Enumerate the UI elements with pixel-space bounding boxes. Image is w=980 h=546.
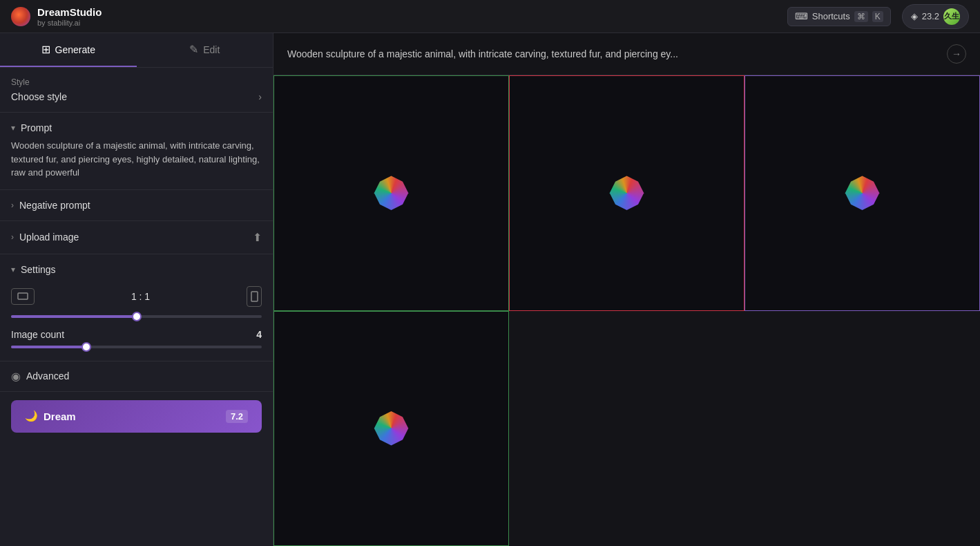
- info-icon: →: [952, 48, 961, 59]
- credits-button[interactable]: ◈ 23.2 久生: [902, 4, 969, 29]
- dream-button[interactable]: 🌙 Dream 7.2: [11, 400, 262, 433]
- sidebar: ⊞ Generate ✎ Edit Style Choose style › ▾…: [0, 33, 273, 546]
- style-chevron-icon: ›: [258, 91, 262, 102]
- landscape-icon-svg: [17, 292, 28, 300]
- app-title: DreamStudio: [37, 6, 102, 19]
- advanced-section[interactable]: ◉ Advanced: [0, 361, 273, 392]
- image-count-slider-fill: [11, 346, 86, 348]
- grid-empty-space: [509, 311, 980, 547]
- shortcuts-label: Shortcuts: [812, 11, 850, 21]
- kbd-cmd: ⌘: [854, 11, 868, 22]
- app-logo: [11, 7, 30, 26]
- prompt-collapse-icon: ▾: [11, 123, 15, 133]
- upload-image-expand-icon: ›: [11, 232, 14, 242]
- dream-button-wrap: 🌙 Dream 7.2: [0, 392, 273, 441]
- prompt-title: Prompt: [21, 122, 52, 133]
- header-left: DreamStudio by stability.ai: [11, 6, 102, 27]
- header-right: ⌨ Shortcuts ⌘ K ◈ 23.2 久生: [787, 4, 969, 29]
- svg-rect-1: [251, 292, 258, 301]
- tab-edit[interactable]: ✎ Edit: [137, 33, 273, 67]
- dream-button-left: 🌙 Dream: [25, 410, 76, 422]
- image-grid: [273, 75, 980, 546]
- style-choose-text: Choose style: [11, 91, 67, 102]
- negative-prompt-section: › Negative prompt: [0, 190, 273, 221]
- upload-image-section: › Upload image ⬆: [0, 221, 273, 254]
- upload-image-title: Upload image: [19, 232, 79, 243]
- image-card-3[interactable]: [744, 75, 980, 311]
- aspect-ratio-slider-thumb[interactable]: [132, 312, 142, 321]
- settings-section: ▾ Settings 1 : 1: [0, 254, 273, 361]
- negative-prompt-left: › Negative prompt: [11, 200, 90, 211]
- prompt-header[interactable]: ▾ Prompt: [0, 113, 273, 139]
- aspect-ratio-value: 1 : 1: [131, 291, 150, 302]
- portrait-icon-svg: [251, 291, 258, 302]
- advanced-eye-icon: ◉: [11, 370, 21, 383]
- image-placeholder-2: [608, 174, 646, 212]
- dream-moon-icon: 🌙: [25, 410, 38, 422]
- credits-icon: ◈: [911, 11, 918, 21]
- image-count-value: 4: [256, 329, 262, 340]
- app-subtitle: by stability.ai: [37, 19, 102, 27]
- shortcuts-button[interactable]: ⌨ Shortcuts ⌘ K: [787, 7, 891, 26]
- prompt-section: ▾ Prompt Wooden sculpture of a majestic …: [0, 113, 273, 190]
- advanced-title: Advanced: [26, 370, 69, 382]
- dream-button-version: 7.2: [226, 410, 248, 423]
- image-count-label: Image count: [11, 329, 64, 340]
- image-placeholder-3: [843, 174, 881, 212]
- app-title-block: DreamStudio by stability.ai: [37, 6, 102, 27]
- negative-prompt-header[interactable]: › Negative prompt: [0, 190, 273, 220]
- image-placeholder-4: [372, 409, 410, 447]
- dream-button-label: Dream: [44, 411, 76, 422]
- settings-collapse-icon: ▾: [11, 265, 15, 274]
- edit-icon: ✎: [189, 43, 198, 56]
- image-card-2[interactable]: [509, 75, 744, 311]
- aspect-ratio-slider-fill: [11, 315, 137, 318]
- image-placeholder-1: [372, 174, 410, 212]
- avatar-text: 久生: [944, 11, 959, 21]
- tab-bar: ⊞ Generate ✎ Edit: [0, 33, 273, 68]
- svg-rect-0: [18, 293, 28, 299]
- avatar: 久生: [943, 8, 960, 25]
- aspect-ratio-slider[interactable]: [11, 315, 262, 318]
- credits-value: 23.2: [922, 11, 939, 21]
- landscape-aspect-icon[interactable]: [11, 288, 35, 305]
- image-count-slider[interactable]: [11, 346, 262, 348]
- header: DreamStudio by stability.ai ⌨ Shortcuts …: [0, 0, 980, 33]
- image-card-1[interactable]: [273, 75, 509, 311]
- content-area: Wooden sculpture of a majestic animal, w…: [273, 33, 980, 546]
- settings-header[interactable]: ▾ Settings: [11, 264, 262, 275]
- style-choose-button[interactable]: Choose style ›: [11, 91, 262, 102]
- content-prompt-preview: Wooden sculpture of a majestic animal, w…: [287, 48, 939, 59]
- portrait-aspect-icon[interactable]: [247, 286, 262, 307]
- upload-icon[interactable]: ⬆: [253, 231, 262, 244]
- upload-image-left: › Upload image: [11, 232, 79, 243]
- generate-icon: ⊞: [41, 43, 50, 56]
- negative-prompt-expand-icon: ›: [11, 200, 14, 210]
- advanced-header: ◉ Advanced: [11, 370, 262, 383]
- keyboard-icon: ⌨: [795, 11, 808, 21]
- main-layout: ⊞ Generate ✎ Edit Style Choose style › ▾…: [0, 33, 980, 546]
- tab-edit-label: Edit: [203, 44, 220, 55]
- settings-title: Settings: [21, 264, 56, 275]
- image-count-row: Image count 4: [11, 329, 262, 340]
- tab-generate[interactable]: ⊞ Generate: [0, 33, 137, 67]
- image-card-4[interactable]: [273, 311, 509, 547]
- image-count-slider-thumb[interactable]: [81, 342, 91, 352]
- style-label: Style: [11, 77, 262, 87]
- kbd-k: K: [872, 11, 883, 22]
- upload-image-header[interactable]: › Upload image ⬆: [0, 221, 273, 254]
- aspect-ratio-row: 1 : 1: [11, 286, 262, 307]
- negative-prompt-title: Negative prompt: [19, 200, 90, 211]
- info-button[interactable]: →: [947, 44, 966, 64]
- style-section: Style Choose style ›: [0, 68, 273, 113]
- prompt-text[interactable]: Wooden sculpture of a majestic animal, w…: [0, 139, 273, 189]
- content-header: Wooden sculpture of a majestic animal, w…: [273, 33, 980, 75]
- tab-generate-label: Generate: [55, 44, 95, 55]
